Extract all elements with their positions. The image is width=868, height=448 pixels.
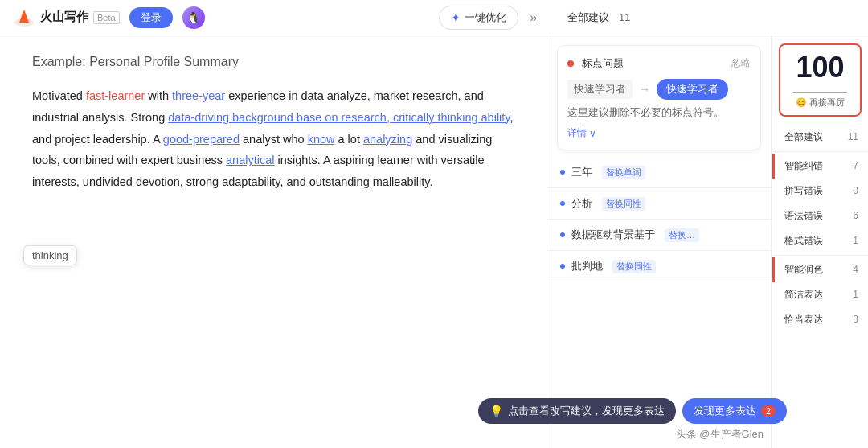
item-title-1: 分析	[571, 196, 592, 211]
item-title-2: 数据驱动背景基于	[571, 228, 655, 242]
nav-divider-1	[772, 151, 868, 152]
ignore-button[interactable]: 忽略	[731, 56, 751, 70]
login-button[interactable]: 登录	[129, 7, 173, 28]
right-nav-all[interactable]: 全部建议 11	[772, 125, 868, 150]
dot-red	[567, 60, 574, 67]
item-title-3: 批判地	[571, 259, 603, 273]
bottom-bar: 💡 点击查看改写建议，发现更多表达 发现更多表达 2	[478, 398, 787, 424]
right-nav-concise[interactable]: 简洁表达 1	[772, 282, 868, 307]
card-title-area: 标点问题	[567, 55, 624, 71]
editor-panel[interactable]: Example: Personal Profile Summary Motiva…	[0, 35, 547, 448]
discover-label: 发现更多表达	[694, 404, 756, 418]
right-nav-smart-polish[interactable]: 智能润色 4	[772, 257, 868, 282]
suggestion-desc: 这里建议删除不必要的标点符号。	[567, 106, 751, 120]
lightbulb-icon: 💡	[489, 405, 503, 417]
right-panel: 100 ___________ 😊 再接再厉 全部建议 11 智能纠错 7 拼写…	[772, 35, 868, 448]
resume-label: 再接再厉	[809, 97, 845, 109]
suggestions-label: 全部建议	[567, 10, 609, 25]
nav-label-all: 全部建议	[784, 130, 823, 144]
logo-text: 火山写作	[40, 10, 88, 25]
item-tag-0: 替换单词	[602, 166, 645, 179]
nav-label-concise: 简洁表达	[784, 288, 823, 302]
main-layout: Example: Personal Profile Summary Motiva…	[0, 35, 868, 448]
nav-label-spelling: 拼写错误	[784, 184, 823, 198]
card-header: 标点问题 忽略	[567, 55, 751, 71]
doc-title: Example: Personal Profile Summary	[32, 55, 514, 69]
dot-blue-2	[560, 232, 565, 237]
score-box: 100 ___________ 😊 再接再厉	[779, 43, 862, 117]
highlight-good-prepared: good-prepared	[163, 133, 240, 146]
doc-body: Motivated fast-learner with three-year e…	[32, 85, 514, 193]
highlight-know: know	[308, 133, 335, 146]
right-nav-format[interactable]: 格式错误 1	[772, 228, 868, 253]
dot-blue-3	[560, 264, 565, 269]
suggestion-item-1[interactable]: 分析 替换同性	[547, 188, 771, 220]
logo-icon	[13, 6, 35, 29]
resume-icon: 😊	[796, 97, 807, 108]
suggestion-item-3[interactable]: 批判地 替换同性	[547, 251, 771, 282]
item-tag-2: 替换…	[665, 228, 699, 242]
tooltip-text: 点击查看改写建议，发现更多表达	[508, 404, 665, 418]
middle-panel: 标点问题 忽略 快速学习者 → 快速学习者 这里建议删除不必要的标点符号。 详情…	[547, 35, 772, 448]
dot-blue-1	[560, 201, 565, 206]
thinking-tooltip: thinking	[23, 245, 77, 265]
nav-count-spelling: 0	[853, 185, 858, 196]
right-nav-spelling[interactable]: 拼写错误 0	[772, 179, 868, 203]
resume-button[interactable]: 😊 再接再厉	[787, 97, 854, 109]
new-text-button[interactable]: 快速学习者	[657, 79, 728, 100]
detail-link[interactable]: 详情 ∨	[567, 126, 751, 140]
nav-count-smart-polish: 4	[853, 264, 858, 275]
avatar: 🐧	[182, 6, 205, 29]
topbar-center: ✦ 一键优化 » 全部建议 11	[439, 6, 630, 30]
discover-badge: 2	[761, 405, 776, 417]
arrow-icon: →	[639, 83, 650, 96]
item-tag-3: 替换同性	[612, 260, 656, 273]
nav-label-smart-correct: 智能纠错	[784, 159, 823, 173]
score-number: 100	[787, 51, 854, 84]
svg-marker-1	[19, 10, 29, 23]
highlight-data-driving: data-driving background base on research…	[168, 111, 510, 124]
highlight-fast-learner: fast-learner	[86, 89, 145, 102]
dot-blue-0	[560, 170, 565, 175]
optimize-button[interactable]: ✦ 一键优化	[439, 6, 518, 30]
nav-count-concise: 1	[853, 289, 858, 300]
nav-label-proper: 恰当表达	[784, 313, 823, 327]
discover-button[interactable]: 发现更多表达 2	[682, 398, 787, 424]
highlight-analytical: analytical	[226, 154, 274, 166]
suggestion-item-0[interactable]: 三年 替换单词	[547, 157, 771, 188]
suggestion-item-2[interactable]: 数据驱动背景基于 替换…	[547, 220, 771, 251]
suggestions-count: 11	[619, 11, 630, 23]
right-nav-grammar[interactable]: 语法错误 6	[772, 203, 868, 228]
item-tag-1: 替换同性	[602, 197, 645, 211]
beta-badge: Beta	[93, 11, 120, 24]
nav-label-format: 格式错误	[784, 234, 823, 248]
star-icon: ✦	[451, 11, 461, 24]
nav-label-smart-polish: 智能润色	[784, 263, 823, 277]
nav-count-smart-correct: 7	[853, 160, 858, 171]
highlight-analyzing: analyzing	[363, 133, 412, 146]
nav-count-grammar: 6	[853, 210, 858, 221]
original-text: 快速学习者	[567, 80, 633, 99]
tooltip-bar: 💡 点击查看改写建议，发现更多表达	[478, 398, 676, 424]
nav-label-grammar: 语法错误	[784, 209, 823, 223]
right-nav-smart-correct[interactable]: 智能纠错 7	[772, 154, 868, 179]
watermark: 头条 @生产者Glen	[676, 427, 764, 442]
suggestion-compare: 快速学习者 → 快速学习者	[567, 79, 751, 100]
item-title-0: 三年	[571, 165, 592, 179]
nav-divider-2	[772, 255, 868, 256]
nav-count-all: 11	[848, 131, 858, 142]
score-divider: ___________	[787, 84, 854, 93]
topbar: 火山写作 Beta 登录 🐧 ✦ 一键优化 » 全部建议 11	[0, 0, 868, 35]
more-button[interactable]: »	[525, 10, 542, 25]
card-title: 标点问题	[582, 57, 624, 69]
nav-count-proper: 3	[853, 314, 858, 325]
highlight-three-year: three-year	[172, 89, 225, 102]
right-nav-proper[interactable]: 恰当表达 3	[772, 307, 868, 332]
nav-count-format: 1	[853, 235, 858, 246]
suggestion-card: 标点问题 忽略 快速学习者 → 快速学习者 这里建议删除不必要的标点符号。 详情…	[557, 45, 761, 150]
logo-area: 火山写作 Beta	[13, 6, 120, 29]
